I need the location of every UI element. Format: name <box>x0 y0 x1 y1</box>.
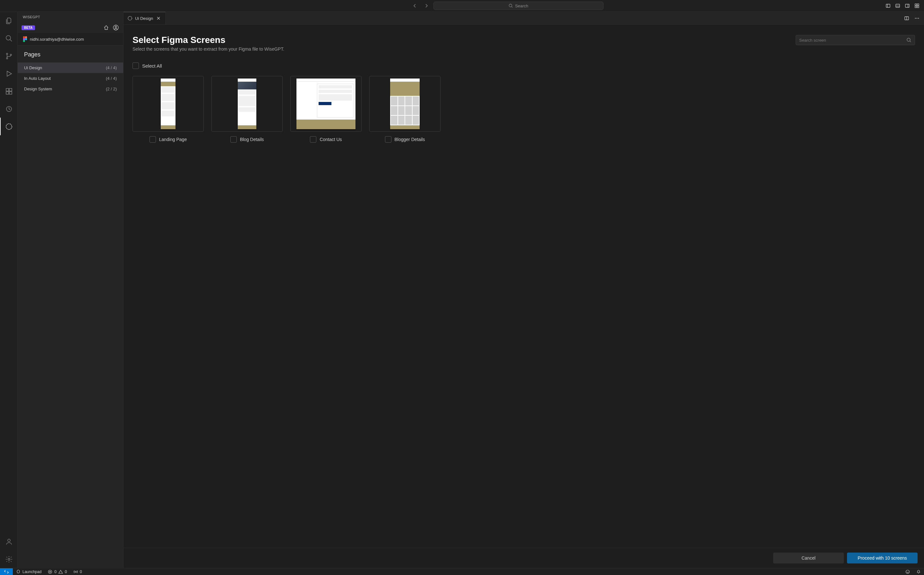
cancel-button[interactable]: Cancel <box>773 553 844 564</box>
sidebar-title: WISEGPT <box>18 12 123 22</box>
page-subheading: Select the screens that you want to extr… <box>132 46 284 52</box>
activity-accounts[interactable] <box>0 533 18 550</box>
screen-checkbox[interactable] <box>230 136 237 143</box>
status-notifications[interactable] <box>913 568 924 575</box>
status-ports[interactable]: 0 <box>70 568 85 575</box>
svg-rect-14 <box>9 92 12 94</box>
activity-bar <box>0 12 18 568</box>
status-launchpad[interactable]: Launchpad <box>13 568 45 575</box>
search-icon <box>5 35 13 42</box>
toggle-primary-sidebar-button[interactable] <box>884 1 892 10</box>
screen-thumbnail[interactable] <box>132 76 204 132</box>
svg-point-23 <box>25 36 27 38</box>
nav-back-button[interactable] <box>410 1 419 10</box>
svg-point-30 <box>917 17 918 19</box>
warning-icon <box>58 570 63 574</box>
toggle-secondary-sidebar-button[interactable] <box>903 1 912 10</box>
rocket-icon <box>16 570 21 574</box>
home-button[interactable] <box>103 24 110 31</box>
tab-ui-design[interactable]: Ui Design <box>124 12 166 24</box>
page-name: Ui Design <box>24 65 42 70</box>
tab-close-button[interactable] <box>156 15 161 21</box>
svg-rect-1 <box>886 4 890 7</box>
status-feedback[interactable] <box>902 568 913 575</box>
launchpad-label: Launchpad <box>22 570 41 574</box>
svg-point-0 <box>509 4 512 7</box>
activity-extensions[interactable] <box>0 83 18 100</box>
svg-rect-3 <box>905 4 909 7</box>
profile-button[interactable] <box>112 24 119 31</box>
select-all-label: Select All <box>142 63 162 68</box>
screen-checkbox[interactable] <box>150 136 156 143</box>
figma-account-row[interactable]: nidhi.sorathiya@dhiwise.com <box>18 33 123 46</box>
account-icon <box>5 538 13 545</box>
close-icon <box>156 16 161 20</box>
page-item-design-system[interactable]: Design System (2 / 2) <box>18 84 123 94</box>
arrow-right-icon <box>424 3 429 8</box>
proceed-button[interactable]: Proceed with 10 screens <box>847 553 918 564</box>
svg-point-24 <box>23 38 25 40</box>
toggle-panel-button[interactable] <box>893 1 902 10</box>
select-all-checkbox[interactable] <box>132 62 139 69</box>
more-actions-button[interactable] <box>913 14 921 23</box>
nav-forward-button[interactable] <box>422 1 431 10</box>
search-placeholder: Search <box>515 3 528 8</box>
svg-rect-5 <box>917 4 919 5</box>
extensions-icon <box>5 87 13 95</box>
activity-source-control[interactable] <box>0 47 18 65</box>
split-icon <box>904 16 909 21</box>
activity-run-debug[interactable] <box>0 65 18 83</box>
layout-icon <box>914 3 919 8</box>
panel-bottom-icon <box>895 3 900 8</box>
screen-label: Blog Details <box>240 137 264 142</box>
svg-point-11 <box>10 54 11 56</box>
figma-icon <box>23 36 27 42</box>
user-circle-icon <box>113 25 119 30</box>
page-count: (4 / 4) <box>106 76 117 81</box>
beaker-icon <box>5 105 13 113</box>
page-item-ui-design[interactable]: Ui Design (4 / 4) <box>18 62 123 73</box>
svg-point-22 <box>23 36 25 38</box>
files-icon <box>5 17 13 25</box>
customize-layout-button[interactable] <box>913 1 921 10</box>
svg-point-9 <box>6 53 8 54</box>
screen-checkbox[interactable] <box>310 136 316 143</box>
screen-label: Blogger Details <box>395 137 425 142</box>
title-bar: Search <box>0 0 924 12</box>
pages-heading: Pages <box>24 51 117 58</box>
page-item-in-auto-layout[interactable]: In Auto Layout (4 / 4) <box>18 73 123 84</box>
screen-search[interactable] <box>796 35 915 45</box>
beta-badge: BETA <box>21 25 35 30</box>
activity-explorer[interactable] <box>0 12 18 30</box>
sidebar: WISEGPT BETA <box>18 12 124 568</box>
screen-thumbnail[interactable] <box>212 76 283 132</box>
account-email: nidhi.sorathiya@dhiwise.com <box>30 37 84 42</box>
activity-search[interactable] <box>0 30 18 47</box>
panel-left-icon <box>886 3 891 8</box>
screen-label: Landing Page <box>159 137 187 142</box>
remote-icon <box>4 570 9 574</box>
branch-icon <box>5 52 13 60</box>
activity-settings[interactable] <box>0 550 18 568</box>
screen-checkbox[interactable] <box>385 136 392 143</box>
activity-wisegpt[interactable] <box>0 118 18 135</box>
screen-thumbnail[interactable] <box>290 76 362 132</box>
page-count: (2 / 2) <box>106 87 117 91</box>
split-editor-button[interactable] <box>902 14 911 23</box>
activity-testing[interactable] <box>0 100 18 118</box>
svg-point-34 <box>75 571 76 572</box>
screen-thumbnail[interactable] <box>369 76 441 132</box>
remote-indicator[interactable] <box>0 568 13 575</box>
page-name: In Auto Layout <box>24 76 51 81</box>
screen-search-input[interactable] <box>799 38 906 43</box>
gear-icon <box>5 556 13 563</box>
svg-point-26 <box>23 40 25 42</box>
svg-point-35 <box>906 570 910 573</box>
arrow-left-icon <box>412 3 417 8</box>
svg-rect-7 <box>917 6 919 8</box>
bell-icon <box>916 570 921 574</box>
command-center-search[interactable]: Search <box>433 2 604 10</box>
status-problems[interactable]: 0 0 <box>45 568 70 575</box>
home-icon <box>104 25 109 30</box>
play-icon <box>5 70 13 78</box>
